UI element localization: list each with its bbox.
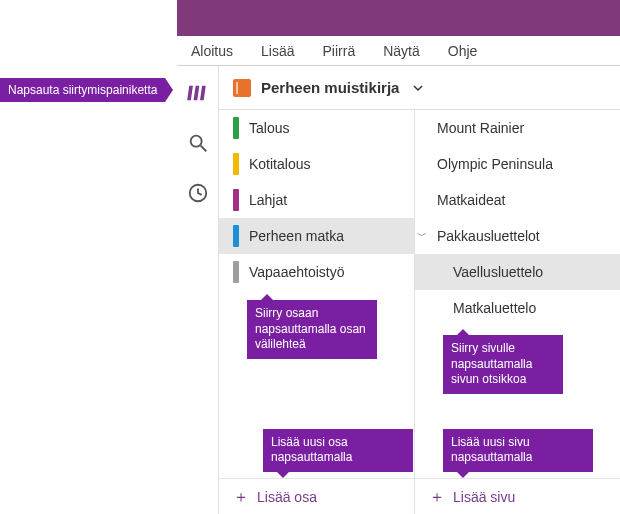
svg-rect-0 bbox=[187, 86, 193, 101]
section-label: Vapaaehtoistyö bbox=[249, 264, 344, 280]
section-item[interactable]: Perheen matka bbox=[219, 218, 414, 254]
section-item[interactable]: Lahjat bbox=[219, 182, 414, 218]
navigation-icon[interactable] bbox=[187, 82, 209, 104]
notebook-icon bbox=[233, 79, 251, 97]
section-label: Perheen matka bbox=[249, 228, 344, 244]
callout-nav-button: Napsauta siirtymispainiketta bbox=[0, 78, 165, 102]
section-item[interactable]: Vapaaehtoistyö bbox=[219, 254, 414, 290]
recent-icon[interactable] bbox=[187, 182, 209, 204]
callout-page-tip-text: Siirry sivulle napsauttamalla sivun otsi… bbox=[451, 341, 532, 386]
plus-icon: ＋ bbox=[233, 489, 249, 505]
callout-nav-button-text: Napsauta siirtymispainiketta bbox=[8, 83, 157, 97]
menu-draw[interactable]: Piirrä bbox=[323, 43, 356, 59]
page-item[interactable]: Vaellusluettelo bbox=[415, 254, 620, 290]
callout-add-page: Lisää uusi sivu napsauttamalla bbox=[443, 429, 593, 472]
callout-section-tip: Siirry osaan napsauttamalla osan välileh… bbox=[247, 300, 377, 359]
page-label: Matkaideat bbox=[437, 192, 505, 208]
callout-add-section-text: Lisää uusi osa napsauttamalla bbox=[271, 435, 352, 465]
menu-help[interactable]: Ohje bbox=[448, 43, 478, 59]
svg-point-3 bbox=[190, 136, 201, 147]
callout-add-section: Lisää uusi osa napsauttamalla bbox=[263, 429, 413, 472]
pages-pane: Mount Rainier Olympic Peninsula Matkaide… bbox=[415, 110, 620, 514]
section-label: Talous bbox=[249, 120, 289, 136]
menu-view[interactable]: Näytä bbox=[383, 43, 420, 59]
page-label: Matkaluettelo bbox=[453, 300, 536, 316]
page-label: Pakkausluettelot bbox=[437, 228, 540, 244]
add-section-label: Lisää osa bbox=[257, 489, 317, 505]
section-label: Lahjat bbox=[249, 192, 287, 208]
page-item[interactable]: Mount Rainier bbox=[415, 110, 620, 146]
notebook-title: Perheen muistikirja bbox=[261, 79, 399, 96]
sidebar bbox=[177, 66, 219, 514]
page-item[interactable]: Matkaluettelo bbox=[415, 290, 620, 326]
page-item[interactable]: Matkaideat bbox=[415, 182, 620, 218]
menu-bar: Aloitus Lisää Piirrä Näytä Ohje bbox=[177, 36, 620, 66]
section-color-tab bbox=[233, 225, 239, 247]
callout-page-tip: Siirry sivulle napsauttamalla sivun otsi… bbox=[443, 335, 563, 394]
page-label: Vaellusluettelo bbox=[453, 264, 543, 280]
section-color-tab bbox=[233, 153, 239, 175]
section-color-tab bbox=[233, 189, 239, 211]
page-item[interactable]: Olympic Peninsula bbox=[415, 146, 620, 182]
section-label: Kotitalous bbox=[249, 156, 310, 172]
add-section-button[interactable]: ＋ Lisää osa bbox=[219, 478, 414, 514]
add-page-label: Lisää sivu bbox=[453, 489, 515, 505]
menu-insert[interactable]: Lisää bbox=[261, 43, 294, 59]
page-label: Mount Rainier bbox=[437, 120, 524, 136]
plus-icon: ＋ bbox=[429, 489, 445, 505]
section-color-tab bbox=[233, 117, 239, 139]
svg-rect-1 bbox=[193, 86, 199, 101]
search-icon[interactable] bbox=[187, 132, 209, 154]
section-item[interactable]: Talous bbox=[219, 110, 414, 146]
title-bar bbox=[177, 0, 620, 36]
navigation-panes: Talous Kotitalous Lahjat Perheen matka V… bbox=[219, 110, 620, 514]
add-page-button[interactable]: ＋ Lisää sivu bbox=[415, 478, 620, 514]
chevron-down-icon bbox=[413, 79, 423, 96]
notebook-header[interactable]: Perheen muistikirja bbox=[219, 66, 620, 110]
page-item[interactable]: ﹀ Pakkausluettelot bbox=[415, 218, 620, 254]
page-label: Olympic Peninsula bbox=[437, 156, 553, 172]
svg-line-4 bbox=[200, 146, 206, 152]
callout-add-page-text: Lisää uusi sivu napsauttamalla bbox=[451, 435, 532, 465]
svg-rect-2 bbox=[200, 86, 206, 101]
menu-home[interactable]: Aloitus bbox=[191, 43, 233, 59]
chevron-down-icon[interactable]: ﹀ bbox=[417, 229, 427, 243]
callout-section-tip-text: Siirry osaan napsauttamalla osan välileh… bbox=[255, 306, 366, 351]
sections-pane: Talous Kotitalous Lahjat Perheen matka V… bbox=[219, 110, 415, 514]
section-item[interactable]: Kotitalous bbox=[219, 146, 414, 182]
section-color-tab bbox=[233, 261, 239, 283]
